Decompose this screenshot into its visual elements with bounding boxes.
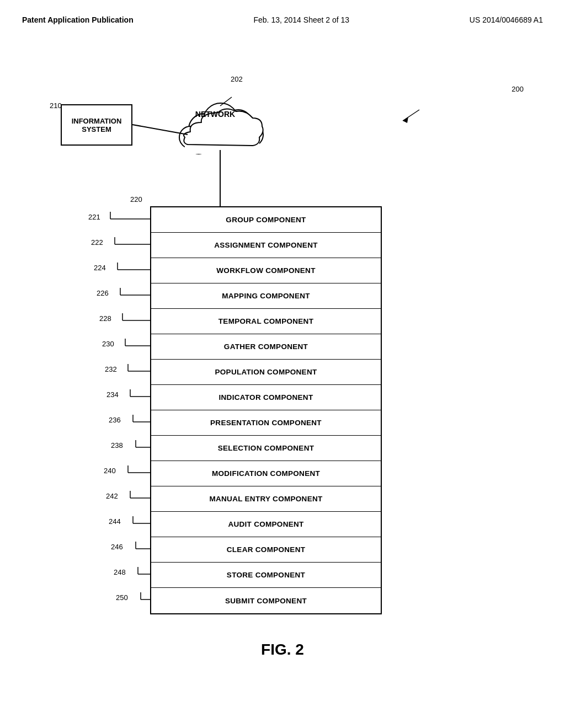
ref-240: 240	[104, 467, 116, 475]
ref-236: 236	[109, 416, 121, 424]
header-patent-number: US 2014/0046689 A1	[470, 15, 543, 24]
ref-202: 202	[231, 75, 243, 83]
component-row-246: CLEAR COMPONENT	[151, 537, 381, 563]
component-row-234: INDICATOR COMPONENT	[151, 385, 381, 410]
ref-224: 224	[94, 264, 106, 272]
component-row-224: WORKFLOW COMPONENT	[151, 258, 381, 283]
component-row-232: POPULATION COMPONENT	[151, 360, 381, 385]
diagram-area: 200 202 210 220 INFORMATION SYSTEM NETWO…	[0, 24, 565, 675]
network-label: NETWORK	[171, 110, 259, 119]
ref-226: 226	[97, 289, 109, 297]
header-publication: Patent Application Publication	[22, 15, 134, 24]
component-row-221: GROUP COMPONENT	[151, 207, 381, 233]
component-row-240: MODIFICATION COMPONENT	[151, 461, 381, 486]
component-row-230: GATHER COMPONENT	[151, 334, 381, 360]
component-row-226: MAPPING COMPONENT	[151, 283, 381, 309]
component-row-238: SELECTION COMPONENT	[151, 436, 381, 461]
info-system-label: INFORMATION SYSTEM	[72, 117, 122, 133]
ref-210: 210	[50, 101, 62, 110]
line-ref202	[220, 97, 232, 106]
header-date-sheet: Feb. 13, 2014 Sheet 2 of 13	[254, 15, 350, 24]
ref-250: 250	[116, 593, 128, 602]
line-ref200	[403, 110, 419, 121]
header: Patent Application Publication Feb. 13, …	[0, 0, 565, 24]
ref-232: 232	[105, 365, 117, 373]
component-row-244: AUDIT COMPONENT	[151, 512, 381, 537]
figure-label: FIG. 2	[261, 641, 304, 659]
ref-220: 220	[130, 195, 142, 204]
ref-234: 234	[106, 390, 119, 399]
svg-rect-6	[185, 132, 259, 154]
info-system-box: INFORMATION SYSTEM	[61, 104, 132, 146]
svg-point-5	[188, 132, 210, 154]
ref-242: 242	[106, 492, 118, 500]
ref-200: 200	[511, 85, 524, 93]
component-row-250: SUBMIT COMPONENT	[151, 588, 381, 613]
component-row-248: STORE COMPONENT	[151, 563, 381, 588]
ref-244: 244	[109, 517, 121, 526]
component-row-242: MANUAL ENTRY COMPONENT	[151, 486, 381, 512]
ref-230: 230	[102, 340, 114, 348]
ref-248: 248	[114, 568, 126, 576]
page: Patent Application Publication Feb. 13, …	[0, 0, 565, 728]
svg-point-4	[179, 126, 201, 148]
ref-238: 238	[111, 441, 123, 449]
arrow-ref200	[403, 117, 408, 123]
ref-228: 228	[99, 314, 111, 323]
ref-221: 221	[88, 213, 100, 221]
component-row-236: PRESENTATION COMPONENT	[151, 410, 381, 436]
line-infosystem-network	[132, 125, 188, 135]
component-row-228: TEMPORAL COMPONENT	[151, 309, 381, 334]
component-row-222: ASSIGNMENT COMPONENT	[151, 233, 381, 258]
ref-246: 246	[111, 543, 123, 551]
svg-point-3	[239, 122, 263, 147]
system-box: GROUP COMPONENTASSIGNMENT COMPONENTWORKF…	[150, 206, 382, 614]
ref-222: 222	[91, 238, 103, 247]
svg-point-1	[203, 103, 238, 138]
